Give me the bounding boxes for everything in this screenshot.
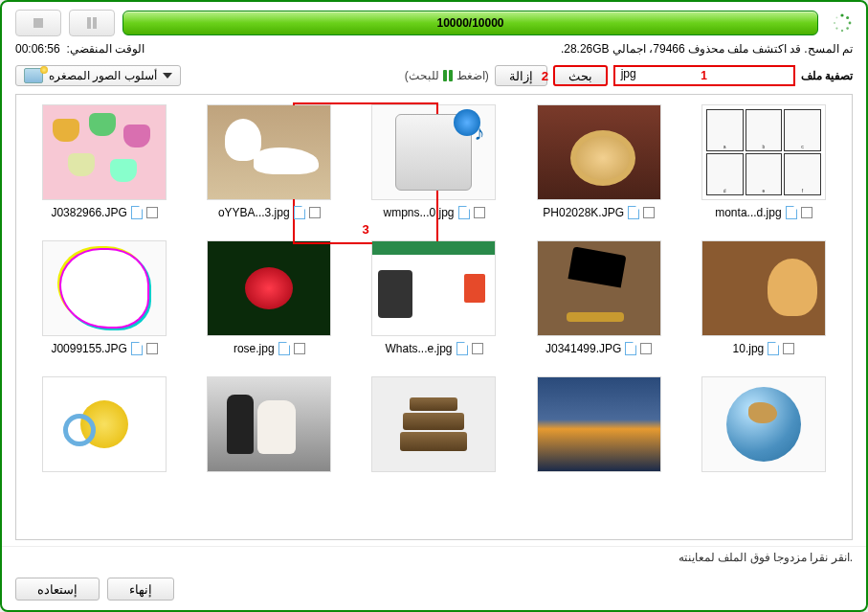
finish-button[interactable]: إنهاء	[107, 578, 174, 601]
item-checkbox[interactable]	[309, 207, 321, 218]
list-item[interactable]	[359, 376, 508, 478]
view-mode-label: أسلوب الصور المصغره	[49, 69, 157, 82]
search-button[interactable]: بحث 2	[553, 65, 608, 86]
progress-label: 10000/10000	[436, 16, 503, 30]
filter-label: تصفية ملف	[801, 69, 853, 82]
thumbnail	[42, 240, 167, 336]
item-checkbox[interactable]	[801, 207, 812, 218]
list-item[interactable]	[524, 376, 674, 478]
item-checkbox[interactable]	[146, 207, 158, 218]
item-checkbox[interactable]	[146, 343, 158, 354]
file-icon	[786, 206, 797, 219]
bottom-buttons: إستعاده إنهاء	[2, 572, 866, 610]
top-bar: 10000/10000	[2, 2, 866, 40]
thumbnail	[207, 240, 331, 336]
thumbnail	[42, 376, 167, 472]
list-item[interactable]: abcdef monta...d.jpg	[689, 104, 838, 219]
thumbnail	[42, 104, 167, 200]
search-hint: (اضغط للبحث)	[405, 69, 489, 82]
file-icon	[131, 342, 143, 355]
list-item[interactable]: J0341499.JPG	[524, 240, 674, 355]
svg-point-10	[836, 17, 838, 19]
file-name: J0099155.JPG	[51, 342, 126, 355]
svg-point-8	[835, 28, 837, 30]
remove-button[interactable]: إزالة	[495, 65, 547, 86]
file-name: wmpns...0.jpg	[383, 206, 454, 219]
svg-point-7	[841, 30, 843, 32]
svg-rect-2	[93, 17, 97, 29]
chevron-down-icon	[163, 73, 172, 79]
svg-rect-0	[33, 18, 43, 28]
item-checkbox[interactable]	[783, 343, 794, 354]
item-checkbox[interactable]	[643, 207, 655, 218]
item-checkbox[interactable]	[474, 207, 485, 218]
thumbnail	[371, 376, 496, 472]
results-grid: J0382966.JPG oYYBA...3.jpg ♪ wmpns...0.j…	[30, 104, 838, 478]
list-item[interactable]: PH02028K.JPG	[524, 104, 674, 219]
file-icon	[628, 206, 639, 219]
app-window: 10000/10000 تم المسح. قد اكتشف ملف محذوف…	[0, 0, 868, 612]
thumbnail: abcdef	[701, 104, 826, 200]
item-checkbox[interactable]	[640, 343, 652, 354]
thumbnails-icon	[24, 68, 43, 83]
list-item[interactable]: rose.jpg	[194, 240, 344, 355]
file-icon	[294, 206, 305, 219]
pause-icon	[85, 16, 99, 30]
recover-button[interactable]: إستعاده	[15, 578, 100, 601]
elapsed-time: الوقت المنقضي: 00:06:56	[15, 42, 145, 56]
file-name: PH02028K.JPG	[543, 206, 624, 219]
list-item[interactable]	[689, 376, 838, 478]
thumbnail	[537, 376, 661, 472]
pause-mini-icon	[443, 70, 453, 81]
list-item[interactable]: oYYBA...3.jpg	[194, 104, 344, 219]
thumbnail	[701, 240, 826, 336]
stop-icon	[32, 16, 45, 30]
thumbnail	[207, 104, 331, 200]
pause-button[interactable]	[69, 10, 115, 36]
footer-hint: انقر نقرا مزدوجا فوق الملف لمعاينته.	[2, 546, 866, 572]
file-name: 10.jpg	[733, 342, 765, 355]
filter-input[interactable]: jpg 1	[613, 65, 795, 86]
file-icon	[278, 342, 290, 355]
thumbnail	[207, 376, 331, 472]
scan-summary-text: تم المسح. قد اكتشف ملف محذوف 79466، اجما…	[561, 42, 853, 56]
file-name: J0341499.JPG	[545, 342, 621, 355]
filter-row: تصفية ملف jpg 1 بحث 2 إزالة (اضغط للبحث)…	[2, 61, 866, 94]
svg-point-4	[846, 16, 849, 19]
svg-rect-1	[87, 17, 91, 29]
list-item[interactable]: J0099155.JPG	[30, 240, 179, 355]
list-item[interactable]: 10.jpg	[689, 240, 838, 355]
svg-point-3	[840, 13, 843, 16]
thumbnail	[537, 104, 661, 200]
list-item[interactable]: J0382966.JPG	[30, 104, 179, 219]
item-checkbox[interactable]	[472, 343, 483, 354]
svg-point-9	[834, 22, 835, 24]
stop-button[interactable]	[15, 10, 61, 36]
thumbnail	[537, 240, 661, 336]
spinner-icon	[832, 12, 853, 34]
file-name: J0382966.JPG	[51, 206, 126, 219]
file-icon	[456, 342, 468, 355]
annotation-1: 1	[701, 69, 707, 82]
thumbnail: ♪	[371, 104, 496, 200]
thumbnail	[701, 376, 826, 472]
list-item[interactable]: ♪ wmpns...0.jpg	[359, 104, 508, 219]
file-name: rose.jpg	[234, 342, 275, 355]
progress-bar: 10000/10000	[122, 11, 818, 35]
svg-point-6	[846, 27, 849, 30]
file-name: oYYBA...3.jpg	[218, 206, 290, 219]
list-item[interactable]	[30, 376, 179, 478]
view-mode-dropdown[interactable]: أسلوب الصور المصغره	[15, 65, 181, 86]
list-item[interactable]: Whats...e.jpg	[359, 240, 508, 355]
thumbnail	[371, 240, 496, 336]
file-name: monta...d.jpg	[715, 206, 781, 219]
file-icon	[625, 342, 636, 355]
annotation-2: 2	[542, 69, 548, 83]
file-icon	[768, 342, 779, 355]
results-grid-area[interactable]: 3 J0382966.JPG oYYBA...3.jpg ♪ wmpns...0…	[15, 94, 853, 540]
file-icon	[458, 206, 470, 219]
scan-summary-row: تم المسح. قد اكتشف ملف محذوف 79466، اجما…	[2, 40, 866, 61]
file-name: Whats...e.jpg	[385, 342, 452, 355]
list-item[interactable]	[194, 376, 344, 478]
item-checkbox[interactable]	[294, 343, 305, 354]
